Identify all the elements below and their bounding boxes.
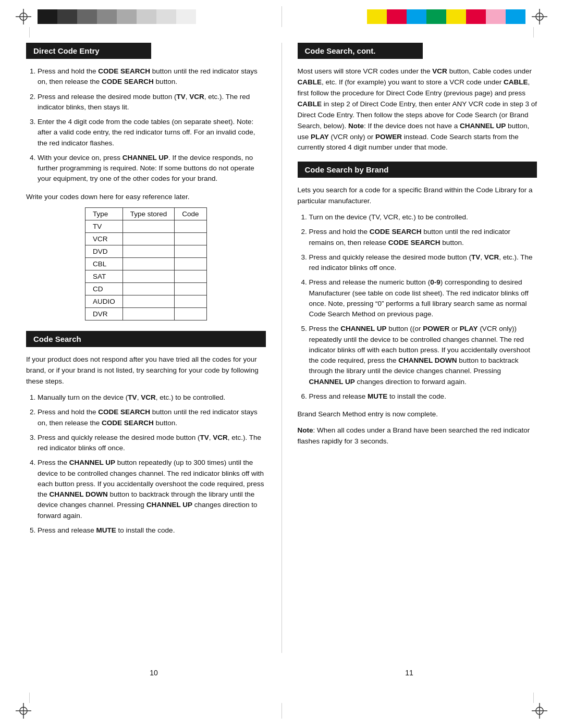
table-row: AUDIO <box>85 295 206 308</box>
list-item: Press and quickly release the desired mo… <box>309 252 537 274</box>
color-swatch-4 <box>97 9 117 24</box>
top-section <box>0 0 563 27</box>
bottom-left-area <box>16 703 31 719</box>
table-row: DVD <box>85 245 206 258</box>
list-item: Press and release the numeric button (0-… <box>309 277 537 319</box>
right-margin-line-bottom <box>533 693 534 703</box>
code-search-header: Code Search <box>26 331 266 347</box>
list-item: Press and quickly release the desired mo… <box>38 433 266 454</box>
bottom-margin-lines <box>0 693 563 703</box>
color-swatch-r4 <box>426 9 446 24</box>
left-margin-line <box>29 27 30 38</box>
page-wrapper: Direct Code Entry Press and hold the COD… <box>0 0 563 728</box>
direct-code-entry-section: Direct Code Entry Press and hold the COD… <box>26 43 266 320</box>
table-header-type-stored: Type stored <box>123 208 175 220</box>
color-swatch-1 <box>38 9 57 24</box>
list-item: Press and hold the CODE SEARCH button un… <box>309 227 537 248</box>
color-swatch-r3 <box>407 9 426 24</box>
color-swatch-r1 <box>367 9 387 24</box>
top-right-area <box>367 9 547 24</box>
right-column: Code Search, cont. Most users will store… <box>282 43 537 653</box>
code-search-cont-header: Code Search, cont. <box>298 43 423 59</box>
code-search-cont-section: Code Search, cont. Most users will store… <box>298 43 537 153</box>
reg-mark-top-left <box>16 9 31 24</box>
list-item: With your device on, press CHANNEL UP. I… <box>38 153 266 184</box>
table-row: CD <box>85 283 206 295</box>
list-item: Press the CHANNEL UP button repeatedly (… <box>38 458 266 521</box>
color-swatch-r7 <box>486 9 506 24</box>
code-search-by-brand-intro: Lets you search for a code for a specifi… <box>298 185 537 207</box>
margin-lines <box>0 27 563 38</box>
ref-text: Write your codes down here for easy refe… <box>26 192 266 203</box>
reg-mark-top-right <box>532 9 547 24</box>
list-item: Press and release MUTE to install the co… <box>38 525 266 536</box>
code-search-section: Code Search If your product does not res… <box>26 331 266 536</box>
color-swatch-r2 <box>387 9 407 24</box>
color-swatch-6 <box>137 9 156 24</box>
bottom-bar <box>0 703 563 728</box>
brand-search-complete: Brand Search Method entry is now complet… <box>298 409 537 420</box>
code-search-by-brand-header: Code Search by Brand <box>298 162 537 178</box>
left-column: Direct Code Entry Press and hold the COD… <box>26 43 282 653</box>
main-content: Direct Code Entry Press and hold the COD… <box>0 38 563 663</box>
list-item: Press and release the desired mode butto… <box>38 92 266 113</box>
list-item: Press and release MUTE to install the co… <box>309 391 537 402</box>
table-row: DVR <box>85 308 206 320</box>
color-swatch-r6 <box>466 9 486 24</box>
right-margin-line <box>533 27 534 38</box>
code-search-intro: If your product does not respond after y… <box>26 354 266 387</box>
code-search-by-brand-list: Turn on the device (TV, VCR, etc.) to be… <box>298 212 537 402</box>
reg-mark-bottom-left <box>16 703 31 719</box>
color-bar-left <box>38 9 196 24</box>
bottom-divider <box>282 703 282 719</box>
top-left-area <box>16 9 196 24</box>
table-header-code: Code <box>175 208 206 220</box>
bottom-right-area <box>532 703 547 719</box>
brand-search-note: Note: When all codes under a Brand have … <box>298 425 537 447</box>
left-margin-line-bottom <box>29 693 30 703</box>
list-item: Press and hold the CODE SEARCH button un… <box>38 66 266 88</box>
page-footer: 10 11 <box>0 663 563 693</box>
list-item: Turn on the device (TV, VCR, etc.) to be… <box>309 212 537 223</box>
table-row: TV <box>85 220 206 233</box>
code-search-cont-body: Most users will store VCR codes under th… <box>298 66 537 153</box>
list-item: Press and hold the CODE SEARCH button un… <box>38 407 266 428</box>
right-page-number: 11 <box>405 669 413 677</box>
color-swatch-r5 <box>446 9 466 24</box>
code-search-list: Manually turn on the device (TV, VCR, et… <box>26 392 266 536</box>
table-row: CBL <box>85 258 206 270</box>
direct-code-entry-list: Press and hold the CODE SEARCH button un… <box>26 66 266 184</box>
table-header-type: Type <box>85 208 123 220</box>
top-divider <box>282 6 282 27</box>
color-swatch-3 <box>77 9 97 24</box>
color-swatch-5 <box>117 9 137 24</box>
list-item: Manually turn on the device (TV, VCR, et… <box>38 392 266 403</box>
color-swatch-r8 <box>506 9 525 24</box>
table-row: VCR <box>85 233 206 245</box>
list-item: Press the CHANNEL UP button ((or POWER o… <box>309 324 537 387</box>
left-page-number: 10 <box>150 669 158 677</box>
color-bar-right <box>367 9 525 24</box>
table-row: SAT <box>85 270 206 283</box>
reg-mark-bottom-right <box>532 703 547 719</box>
color-swatch-8 <box>176 9 196 24</box>
list-item: Enter the 4 digit code from the code tab… <box>38 117 266 149</box>
color-swatch-7 <box>156 9 176 24</box>
code-search-by-brand-section: Code Search by Brand Lets you search for… <box>298 162 537 447</box>
color-swatch-2 <box>57 9 77 24</box>
direct-code-entry-header: Direct Code Entry <box>26 43 151 59</box>
code-table: Type Type stored Code TV VCR DVD CBL SAT… <box>85 207 207 320</box>
